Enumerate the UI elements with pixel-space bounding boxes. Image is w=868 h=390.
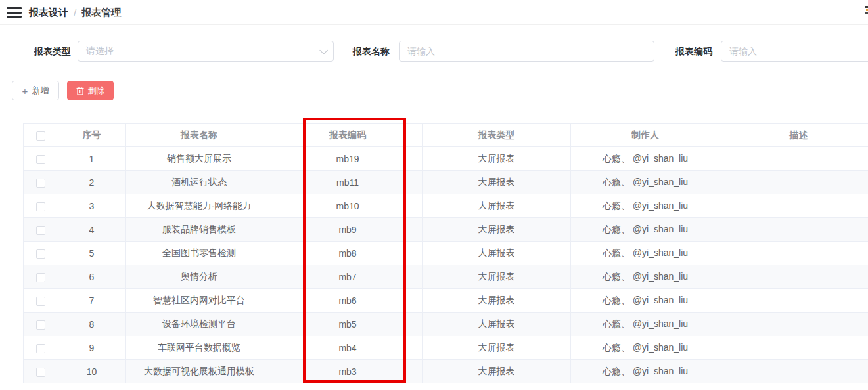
report-type-label: 报表类型 (34, 41, 71, 62)
cell-checkbox (24, 265, 58, 289)
row-checkbox[interactable] (36, 273, 45, 282)
add-button-label: 新增 (32, 85, 49, 97)
chevron-down-icon (319, 46, 328, 54)
report-code-field-box (721, 41, 868, 62)
delete-button[interactable]: 删除 (67, 81, 114, 100)
trash-icon (76, 87, 84, 95)
table-row: 6 舆情分析 mb7 大屏报表 心瘾、 @yi_shan_liu (24, 265, 868, 289)
cell-report-name: 智慧社区内网对比平台 (126, 289, 273, 313)
cell-report-type: 大屏报表 (423, 265, 571, 289)
cell-report-code: mb3 (273, 360, 423, 383)
table-row: 4 服装品牌销售模板 mb9 大屏报表 心瘾、 @yi_shan_liu (24, 218, 868, 242)
cell-index: 8 (58, 313, 126, 336)
report-management-page: 报表设计 / 报表管理 报表类型 请选择 报表名称 报表编码 + 新增 (0, 0, 868, 390)
cell-checkbox (24, 171, 58, 194)
cell-description (720, 313, 868, 336)
cell-report-name: 舆情分析 (126, 265, 273, 289)
cell-index: 7 (58, 289, 126, 313)
plus-icon: + (22, 86, 28, 96)
row-checkbox[interactable] (36, 368, 45, 377)
cell-description (720, 147, 868, 171)
cell-report-code: mb6 (273, 289, 423, 313)
hamburger-menu-icon[interactable] (7, 7, 22, 18)
cell-report-type: 大屏报表 (423, 360, 571, 383)
cell-checkbox (24, 336, 58, 360)
row-checkbox[interactable] (36, 202, 45, 211)
cell-index: 5 (58, 242, 126, 265)
cell-checkbox (24, 194, 58, 218)
cell-report-type: 大屏报表 (423, 336, 571, 360)
cell-checkbox (24, 218, 58, 242)
header-index: 序号 (58, 124, 126, 147)
cell-report-type: 大屏报表 (423, 242, 571, 265)
delete-button-label: 删除 (88, 85, 105, 97)
cell-checkbox (24, 313, 58, 336)
row-checkbox[interactable] (36, 155, 45, 164)
report-code-label: 报表编码 (675, 41, 712, 62)
breadcrumb-report-design[interactable]: 报表设计 (29, 7, 68, 19)
cell-report-code: mb9 (273, 218, 423, 242)
table-row: 1 销售额大屏展示 mb19 大屏报表 心瘾、 @yi_shan_liu (24, 147, 868, 171)
cell-index: 3 (58, 194, 126, 218)
cell-report-name: 大数据智慧能力-网络能力 (126, 194, 273, 218)
cell-creator: 心瘾、 @yi_shan_liu (571, 171, 720, 194)
header-checkbox-cell (24, 124, 58, 147)
report-type-select[interactable]: 请选择 (78, 41, 334, 62)
cell-report-code: mb5 (273, 313, 423, 336)
cell-report-code: mb4 (273, 336, 423, 360)
cell-description (720, 242, 868, 265)
table-row: 8 设备环境检测平台 mb5 大屏报表 心瘾、 @yi_shan_liu (24, 313, 868, 336)
cell-checkbox (24, 289, 58, 313)
table-row: 10 大数据可视化展板通用模板 mb3 大屏报表 心瘾、 @yi_shan_li… (24, 360, 868, 383)
cell-report-code: mb10 (273, 194, 423, 218)
row-checkbox[interactable] (36, 179, 45, 188)
select-all-checkbox[interactable] (36, 131, 45, 141)
cell-creator: 心瘾、 @yi_shan_liu (571, 242, 720, 265)
cell-checkbox (24, 360, 58, 383)
report-code-input[interactable] (729, 42, 868, 60)
cell-index: 9 (58, 336, 126, 360)
top-bar: 报表设计 / 报表管理 (0, 0, 868, 25)
table-row: 3 大数据智慧能力-网络能力 mb10 大屏报表 心瘾、 @yi_shan_li… (24, 194, 868, 218)
cell-description (720, 171, 868, 194)
cell-report-type: 大屏报表 (423, 289, 571, 313)
report-table-wrap: 序号 报表名称 报表编码 报表类型 制作人 描述 1 销售额大屏展示 mb19 … (23, 123, 868, 383)
table-header-row: 序号 报表名称 报表编码 报表类型 制作人 描述 (24, 124, 868, 147)
cell-creator: 心瘾、 @yi_shan_liu (571, 289, 720, 313)
cell-checkbox (24, 147, 58, 171)
row-checkbox[interactable] (36, 249, 45, 259)
report-type-select-placeholder: 请选择 (86, 45, 114, 57)
cell-description (720, 194, 868, 218)
table-row: 5 全国图书零售检测 mb8 大屏报表 心瘾、 @yi_shan_liu (24, 242, 868, 265)
breadcrumb: 报表设计 / 报表管理 (29, 0, 121, 25)
cell-index: 2 (58, 171, 126, 194)
cell-creator: 心瘾、 @yi_shan_liu (571, 147, 720, 171)
breadcrumb-separator: / (74, 7, 76, 18)
cell-report-name: 销售额大屏展示 (126, 147, 273, 171)
cutoff-corner-icon (865, 5, 868, 16)
cell-index: 4 (58, 218, 126, 242)
cell-report-code: mb19 (273, 147, 423, 171)
cell-report-name: 全国图书零售检测 (126, 242, 273, 265)
cell-report-code: mb7 (273, 265, 423, 289)
cell-description (720, 265, 868, 289)
cell-description (720, 360, 868, 383)
report-name-input[interactable] (407, 42, 646, 60)
row-checkbox[interactable] (36, 344, 45, 353)
header-report-code: 报表编码 (273, 124, 423, 147)
cell-report-name: 车联网平台数据概览 (126, 336, 273, 360)
row-checkbox[interactable] (36, 297, 45, 306)
cell-report-code: mb11 (273, 171, 423, 194)
cell-description (720, 289, 868, 313)
row-checkbox[interactable] (36, 320, 45, 330)
header-creator: 制作人 (571, 124, 720, 147)
cell-report-type: 大屏报表 (423, 218, 571, 242)
cell-creator: 心瘾、 @yi_shan_liu (571, 218, 720, 242)
add-button[interactable]: + 新增 (12, 81, 59, 100)
row-checkbox[interactable] (36, 226, 45, 235)
cell-creator: 心瘾、 @yi_shan_liu (571, 336, 720, 360)
cell-description (720, 336, 868, 360)
cell-report-name: 大数据可视化展板通用模板 (126, 360, 273, 383)
table-row: 7 智慧社区内网对比平台 mb6 大屏报表 心瘾、 @yi_shan_liu (24, 289, 868, 313)
report-name-field-box (399, 41, 654, 62)
